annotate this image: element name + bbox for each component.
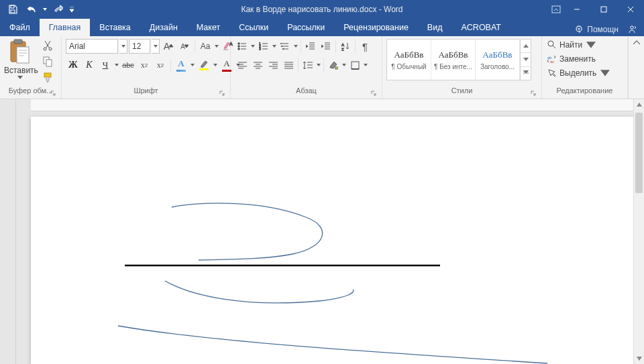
scroll-up-button[interactable] bbox=[634, 99, 644, 110]
document-page[interactable] bbox=[31, 117, 635, 364]
tab-design[interactable]: Дизайн bbox=[140, 19, 187, 36]
borders-button[interactable] bbox=[347, 58, 362, 72]
collapse-ribbon-button[interactable] bbox=[628, 36, 644, 99]
style-normal[interactable]: АаБбВв ¶ Обычный bbox=[387, 40, 431, 80]
styles-expand[interactable] bbox=[521, 67, 531, 80]
paste-button[interactable]: Вставить bbox=[4, 39, 36, 79]
bold-button[interactable]: Ж bbox=[66, 58, 80, 72]
find-button[interactable]: Найти bbox=[546, 39, 611, 51]
increase-indent-button[interactable] bbox=[319, 39, 333, 54]
italic-button[interactable]: К bbox=[82, 58, 97, 72]
select-button[interactable]: Выделить bbox=[546, 67, 611, 79]
minimize-button[interactable] bbox=[564, 0, 590, 19]
numbering-dropdown[interactable] bbox=[272, 45, 277, 48]
cut-button[interactable] bbox=[40, 39, 55, 52]
text-effects-dropdown[interactable] bbox=[190, 64, 195, 66]
tab-home[interactable]: Главная bbox=[40, 19, 91, 36]
group-clipboard: Вставить Буфер обм... bbox=[0, 36, 62, 99]
svg-point-10 bbox=[44, 48, 46, 50]
styles-gallery: АаБбВв ¶ Обычный АаБбВв ¶ Без инте... Аа… bbox=[386, 39, 531, 80]
font-size-combo[interactable]: 12 bbox=[129, 39, 150, 54]
change-case-button[interactable]: Aa bbox=[198, 39, 213, 54]
tab-view[interactable]: Вид bbox=[418, 19, 452, 36]
scroll-thumb[interactable] bbox=[635, 113, 643, 193]
font-name-dropdown[interactable] bbox=[119, 39, 127, 54]
share-button[interactable] bbox=[625, 23, 639, 36]
subscript-button[interactable]: x2 bbox=[137, 58, 152, 72]
strikethrough-button[interactable]: abc bbox=[121, 58, 136, 72]
vertical-scrollbar[interactable] bbox=[633, 99, 644, 364]
borders-dropdown[interactable] bbox=[363, 64, 368, 66]
clipboard-icon bbox=[9, 39, 32, 64]
multilevel-list-button[interactable] bbox=[278, 39, 292, 54]
tab-file[interactable]: Файл bbox=[0, 19, 40, 36]
tab-review[interactable]: Рецензирование bbox=[334, 19, 418, 36]
highlight-dropdown[interactable] bbox=[213, 64, 218, 66]
maximize-button[interactable] bbox=[590, 0, 617, 19]
tab-references[interactable]: Ссылки bbox=[229, 19, 278, 36]
styles-dialog-launcher[interactable] bbox=[529, 89, 537, 97]
line-spacing-button[interactable] bbox=[301, 58, 315, 72]
svg-text:3: 3 bbox=[259, 47, 261, 50]
align-center-button[interactable] bbox=[250, 58, 265, 72]
shrink-font-button[interactable]: A bbox=[177, 39, 192, 54]
font-name-combo[interactable]: Arial bbox=[66, 39, 118, 54]
horizontal-ruler[interactable] bbox=[31, 99, 635, 111]
group-styles: АаБбВв ¶ Обычный АаБбВв ¶ Без инте... Аа… bbox=[382, 36, 542, 99]
group-paragraph: 123 AZ ¶ bbox=[231, 36, 382, 99]
tell-me-search[interactable]: Помощн bbox=[575, 25, 619, 34]
close-button[interactable] bbox=[617, 0, 644, 19]
scroll-down-button[interactable] bbox=[634, 353, 644, 364]
bullets-button[interactable] bbox=[235, 39, 250, 54]
svg-point-6 bbox=[631, 26, 633, 29]
style-no-spacing[interactable]: АаБбВв ¶ Без инте... bbox=[431, 40, 476, 80]
sort-button[interactable]: AZ bbox=[338, 39, 353, 54]
shading-dropdown[interactable] bbox=[341, 64, 347, 66]
align-right-button[interactable] bbox=[266, 58, 280, 72]
shading-button[interactable] bbox=[326, 58, 341, 72]
ribbon-display-options[interactable] bbox=[549, 2, 564, 17]
format-painter-button[interactable] bbox=[40, 71, 55, 84]
styles-scroll-down[interactable] bbox=[521, 53, 531, 66]
paragraph-dialog-launcher[interactable] bbox=[370, 89, 378, 97]
svg-rect-9 bbox=[17, 47, 29, 63]
show-paragraph-marks-button[interactable]: ¶ bbox=[358, 39, 372, 54]
svg-rect-13 bbox=[46, 60, 52, 66]
align-left-button[interactable] bbox=[235, 58, 250, 72]
underline-button[interactable]: Ч bbox=[98, 58, 113, 72]
vertical-ruler[interactable] bbox=[0, 99, 16, 364]
multilevel-dropdown[interactable] bbox=[293, 45, 299, 48]
font-dialog-launcher[interactable] bbox=[218, 89, 226, 97]
style-heading1[interactable]: АаБбВв Заголово... bbox=[476, 40, 520, 80]
clipboard-dialog-launcher[interactable] bbox=[49, 89, 57, 97]
numbering-button[interactable]: 123 bbox=[256, 39, 271, 54]
styles-scroll-up[interactable] bbox=[521, 40, 531, 53]
highlight-button[interactable] bbox=[197, 58, 211, 72]
copy-button[interactable] bbox=[40, 55, 55, 68]
bullets-dropdown[interactable] bbox=[250, 45, 256, 48]
underline-dropdown[interactable] bbox=[114, 64, 119, 66]
grow-font-button[interactable]: A bbox=[161, 39, 176, 54]
qat-customize[interactable] bbox=[68, 7, 75, 12]
svg-point-17 bbox=[238, 46, 240, 48]
tab-mailings[interactable]: Рассылки bbox=[278, 19, 334, 36]
tab-insert[interactable]: Вставка bbox=[90, 19, 140, 36]
superscript-button[interactable]: x2 bbox=[153, 58, 168, 72]
replace-button[interactable]: abac Заменить bbox=[546, 53, 611, 65]
save-button[interactable] bbox=[4, 1, 21, 17]
title-bar: Как в Ворде нарисовать линию.docx - Word bbox=[0, 0, 644, 19]
tab-layout[interactable]: Макет bbox=[187, 19, 229, 36]
text-effects-button[interactable]: A bbox=[174, 58, 189, 72]
undo-button[interactable] bbox=[23, 1, 40, 17]
font-size-dropdown[interactable] bbox=[152, 39, 160, 54]
justify-button[interactable] bbox=[281, 58, 296, 72]
line-spacing-dropdown[interactable] bbox=[316, 64, 321, 66]
workspace bbox=[0, 99, 644, 364]
tab-acrobat[interactable]: ACROBAT bbox=[451, 19, 511, 36]
redo-button[interactable] bbox=[50, 1, 67, 17]
change-case-dropdown[interactable] bbox=[214, 45, 219, 48]
quick-access-toolbar bbox=[0, 1, 75, 17]
svg-point-24 bbox=[282, 48, 284, 50]
undo-dropdown[interactable] bbox=[42, 8, 48, 11]
decrease-indent-button[interactable] bbox=[303, 39, 318, 54]
